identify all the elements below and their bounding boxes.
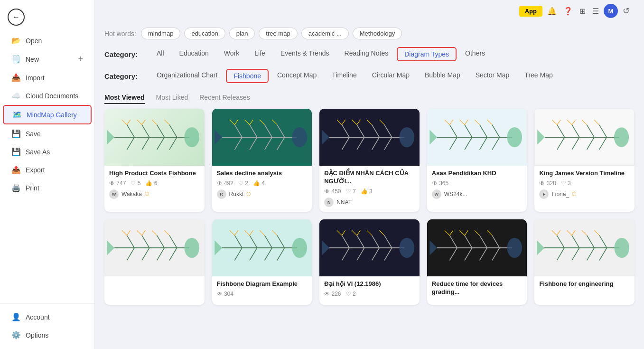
gallery-card-10[interactable]: Fishbone for engineering [534, 219, 635, 305]
cat-item-education[interactable]: Education [173, 47, 215, 61]
gallery-card-5[interactable]: King James Version Timeline 👁 328♡ 3 F F… [534, 109, 635, 212]
svg-line-164 [552, 230, 557, 236]
gallery-card-8[interactable]: Đại hội VI (12.1986) 👁 226♡ 2 [319, 219, 420, 305]
shares-stat: 👍 3 [361, 188, 373, 195]
avatar[interactable]: M [604, 4, 618, 18]
card-title: High Product Costs Fishbone [109, 170, 200, 178]
card-info: Sales decline analysis 👁 492♡ 2👍 4 R Ruk… [212, 166, 312, 204]
sidebar-item-account[interactable]: 👤 Account [3, 308, 92, 326]
sidebar-item-print[interactable]: 🖨️ Print [3, 179, 92, 197]
cat-item-work[interactable]: Work [217, 47, 246, 61]
hot-tag-academic-...[interactable]: academic ... [301, 28, 349, 39]
svg-line-78 [599, 137, 607, 150]
card-info: Fishbone for engineering [534, 276, 635, 295]
hot-tag-mindmap[interactable]: mindmap [141, 28, 180, 39]
svg-line-118 [272, 230, 277, 236]
sidebar-label-mindmap-gallery: MindMap Gallery [27, 111, 82, 119]
card-title: Fishbone for engineering [539, 280, 630, 288]
sidebar-item-cloud[interactable]: ☁️ Cloud Documents [3, 87, 92, 104]
sub-cat-item-org-chart[interactable]: Organizational Chart [150, 69, 224, 83]
sub-cat-item-fishbone[interactable]: Fishbone [226, 69, 269, 83]
gallery-card-4[interactable]: Asas Pendidikan KHD 👁 365 W WS24k... [427, 109, 527, 212]
sidebar-item-new[interactable]: 🗒️ New + [3, 50, 92, 68]
sidebar-item-options[interactable]: ⚙️ Options [3, 326, 92, 344]
category-row-2: Category: Organizational ChartFishboneCo… [104, 65, 635, 87]
cat-item-reading-notes[interactable]: Reading Notes [338, 47, 395, 61]
cat-item-events[interactable]: Events & Trends [274, 47, 336, 61]
hot-tag-methodology[interactable]: Methodology [353, 28, 402, 39]
svg-line-148 [449, 230, 453, 236]
gallery-card-7[interactable]: Fishbone Diagram Example 👁 304 [212, 219, 312, 305]
sidebar-item-import[interactable]: 📥 Import [3, 69, 92, 86]
svg-line-44 [384, 137, 392, 150]
sub-cat-item-tree-map[interactable]: Tree Map [518, 69, 559, 83]
svg-line-75 [557, 137, 565, 150]
grid-icon[interactable]: ⊞ [579, 7, 586, 16]
svg-line-55 [465, 125, 472, 137]
sub-cat-item-concept-map[interactable]: Concept Map [271, 69, 323, 83]
app-button[interactable]: App [519, 6, 542, 17]
help-icon[interactable]: ❓ [563, 7, 573, 16]
svg-line-110 [250, 248, 257, 260]
menu-icon[interactable]: ☰ [592, 7, 599, 16]
sidebar-item-save[interactable]: 💾 Save [3, 125, 92, 142]
cat-item-all[interactable]: All [150, 47, 171, 61]
sort-tab-recent-releases[interactable]: Recent Releases [199, 94, 250, 104]
svg-line-132 [352, 230, 357, 236]
svg-line-139 [449, 235, 457, 247]
sort-tab-most-liked[interactable]: Most Liked [156, 94, 188, 104]
svg-line-5 [157, 125, 165, 137]
cat-item-others[interactable]: Others [458, 47, 492, 61]
card-info: King James Version Timeline 👁 328♡ 3 F F… [534, 166, 635, 204]
notification-icon[interactable]: 🔔 [547, 7, 557, 16]
card-stats: 👁 304 [217, 291, 308, 297]
category-row-1: Category: AllEducationWorkLifeEvents & T… [104, 43, 635, 65]
cat-item-life[interactable]: Life [248, 47, 272, 61]
sub-cat-item-sector-map[interactable]: Sector Map [469, 69, 516, 83]
svg-line-54 [449, 125, 457, 137]
sidebar-item-open[interactable]: 📂 Open [3, 32, 92, 49]
svg-line-39 [372, 125, 380, 137]
author-name: WS24k... [444, 191, 467, 198]
sidebar-item-export[interactable]: 📤 Export [3, 161, 92, 179]
refresh-icon[interactable]: ↺ [623, 6, 630, 16]
svg-line-157 [572, 235, 579, 247]
hot-tag-education[interactable]: education [184, 28, 225, 39]
gallery-card-2[interactable]: Sales decline analysis 👁 492♡ 2👍 4 R Ruk… [212, 109, 312, 212]
sub-cat-item-circular-map[interactable]: Circular Map [365, 69, 416, 83]
svg-line-105 [234, 235, 242, 247]
sidebar-label-import: Import [26, 74, 83, 82]
views-stat: 👁 226 [324, 291, 341, 297]
svg-marker-2 [107, 130, 114, 145]
sidebar-item-mindmap-gallery[interactable]: 🗺️ MindMap Gallery [3, 105, 92, 124]
svg-line-100 [152, 230, 157, 236]
sidebar-label-new: New [26, 56, 73, 63]
svg-line-126 [342, 248, 350, 260]
svg-line-20 [234, 125, 242, 137]
cat-item-diagram-types[interactable]: Diagram Types [397, 47, 457, 61]
verified-icon: ⬡ [145, 191, 149, 197]
svg-line-37 [342, 125, 350, 137]
gallery-card-3[interactable]: ĐẶC ĐIỂM NHÂN CÁCH CỦA NGƯỜI... 👁 450♡ 7… [319, 109, 420, 212]
svg-line-58 [449, 137, 457, 150]
hot-tag-plan[interactable]: plan [229, 28, 255, 39]
svg-line-91 [169, 235, 177, 247]
svg-line-62 [445, 120, 450, 125]
sort-tab-most-viewed[interactable]: Most Viewed [104, 94, 145, 104]
sub-cat-item-timeline[interactable]: Timeline [325, 69, 363, 83]
svg-line-127 [357, 248, 364, 260]
svg-line-112 [277, 248, 284, 260]
gallery-card-9[interactable]: Reduce time for devices grading... [427, 219, 527, 305]
gallery-card-6[interactable] [104, 219, 205, 305]
sidebar-item-save-as[interactable]: 💾 Save As [3, 143, 92, 160]
plus-icon-new[interactable]: + [78, 54, 83, 64]
svg-line-16 [164, 120, 169, 125]
gallery-card-1[interactable]: High Product Costs Fishbone 👁 747♡ 5👍 6 … [104, 109, 205, 212]
hot-tag-tree-map[interactable]: tree map [259, 28, 297, 39]
back-button[interactable]: ← [8, 9, 25, 26]
sidebar-icon-save: 💾 [11, 129, 21, 138]
card-info: ĐẶC ĐIỂM NHÂN CÁCH CỦA NGƯỜI... 👁 450♡ 7… [319, 166, 420, 212]
card-title: ĐẶC ĐIỂM NHÂN CÁCH CỦA NGƯỜI... [324, 170, 415, 186]
sub-cat-item-bubble-map[interactable]: Bubble Map [418, 69, 467, 83]
likes-stat: ♡ 3 [561, 180, 571, 187]
